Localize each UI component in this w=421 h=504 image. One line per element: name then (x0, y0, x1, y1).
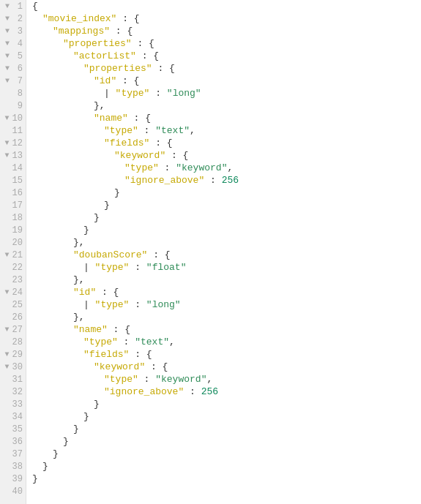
line-number-16: 16 (0, 187, 26, 199)
token-14: , (227, 162, 233, 173)
token-5: : { (136, 50, 159, 61)
fold-icon-4[interactable]: ▼ (4, 40, 11, 48)
code-line-26: }, (32, 311, 421, 323)
fold-icon-24[interactable]: ▼ (4, 288, 11, 296)
line-num-text-11: 11 (12, 126, 23, 136)
code-line-14: "type" : "keyword", (32, 162, 421, 174)
fold-icon-6[interactable]: ▼ (4, 64, 11, 72)
token-8: "long" (167, 88, 201, 99)
line-number-22: 22 (0, 261, 26, 274)
token-22: : (129, 262, 146, 273)
fold-icon-13[interactable]: ▼ (4, 151, 11, 159)
line-number-31: 31 (0, 373, 26, 385)
line-number-4: ▼4 (0, 37, 26, 50)
token-32: "ignore_above" (104, 386, 184, 397)
line-number-12: ▼12 (0, 137, 26, 149)
line-number-13: ▼13 (0, 149, 26, 162)
line-num-text-24: 24 (12, 287, 23, 298)
fold-icon-3[interactable]: ▼ (4, 27, 11, 35)
code-line-38: } (32, 460, 421, 473)
token-1: { (32, 1, 38, 12)
line-number-10: ▼10 (0, 112, 26, 124)
token-28: "type" (83, 336, 118, 347)
token-21: : { (147, 249, 170, 260)
fold-icon-21[interactable]: ▼ (4, 251, 11, 259)
fold-icon-10[interactable]: ▼ (4, 114, 11, 122)
fold-icon-27[interactable]: ▼ (4, 326, 11, 334)
token-2: : { (116, 13, 139, 24)
code-line-10: "name" : { (32, 112, 421, 124)
line-number-20: 20 (0, 236, 26, 249)
code-line-11: "type" : "text", (32, 124, 421, 137)
token-28: : (118, 336, 135, 347)
token-10: "name" (94, 113, 128, 124)
line-num-text-12: 12 (12, 138, 23, 148)
token-15: 256 (222, 175, 239, 186)
fold-icon-5[interactable]: ▼ (4, 52, 11, 60)
fold-icon-7[interactable]: ▼ (4, 77, 11, 85)
line-num-text-17: 17 (12, 200, 23, 211)
line-num-text-7: 7 (12, 76, 23, 86)
line-number-36: 36 (0, 435, 26, 448)
code-line-13: "keyword" : { (32, 149, 421, 162)
code-line-9: }, (32, 99, 421, 112)
token-26: }, (73, 312, 85, 323)
code-line-12: "fields" : { (32, 137, 421, 149)
line-num-text-26: 26 (12, 312, 23, 323)
line-num-text-39: 39 (12, 474, 23, 484)
token-28: "text" (135, 336, 169, 347)
code-line-19: } (32, 224, 421, 236)
line-number-33: 33 (0, 398, 26, 410)
line-num-text-23: 23 (12, 275, 23, 285)
fold-icon-1[interactable]: ▼ (4, 2, 11, 10)
fold-icon-12[interactable]: ▼ (4, 139, 11, 147)
token-7: : { (116, 75, 139, 86)
line-num-text-13: 13 (12, 151, 23, 161)
token-36: } (63, 436, 69, 447)
line-number-1: ▼1 (0, 0, 26, 12)
code-line-16: } (32, 187, 421, 199)
line-num-text-20: 20 (12, 238, 23, 248)
code-line-20: }, (32, 236, 421, 249)
line-number-35: 35 (0, 423, 26, 435)
code-line-27: "name" : { (32, 323, 421, 336)
fold-icon-2[interactable]: ▼ (4, 15, 11, 23)
token-12: "fields" (104, 138, 149, 148)
token-31: "type" (104, 374, 138, 385)
line-num-text-1: 1 (12, 1, 23, 12)
line-num-text-25: 25 (12, 300, 23, 310)
code-line-31: "type" : "keyword", (32, 373, 421, 385)
line-number-38: 38 (0, 460, 26, 473)
line-number-19: 19 (0, 224, 26, 236)
token-17: } (104, 200, 110, 211)
token-35: } (73, 424, 79, 435)
line-number-14: 14 (0, 162, 26, 174)
code-editor: ▼1▼2▼3▼4▼5▼6▼789▼1011▼12▼131415161718192… (0, 0, 421, 504)
token-27: "name" (73, 324, 108, 335)
token-31: "keyword" (155, 374, 206, 385)
line-number-24: ▼24 (0, 286, 26, 298)
code-line-24: "id" : { (32, 286, 421, 298)
line-number-39: 39 (0, 473, 26, 485)
token-3: "mappings" (53, 26, 110, 37)
line-num-text-34: 34 (12, 412, 23, 422)
line-number-34: 34 (0, 410, 26, 423)
code-line-39: } (32, 473, 421, 485)
token-13: "keyword" (114, 150, 165, 161)
line-num-text-33: 33 (12, 399, 23, 410)
line-number-28: 28 (0, 336, 26, 348)
token-14: "keyword" (176, 162, 227, 173)
code-line-3: "mappings" : { (32, 25, 421, 37)
fold-icon-29[interactable]: ▼ (4, 350, 11, 358)
fold-icon-30[interactable]: ▼ (4, 363, 11, 371)
code-line-40 (32, 485, 421, 497)
token-9: }, (94, 100, 105, 111)
line-number-6: ▼6 (0, 62, 26, 75)
token-34: } (83, 411, 89, 422)
token-29: "fields" (83, 349, 129, 360)
code-line-37: } (32, 448, 421, 460)
code-line-5: "actorList" : { (32, 50, 421, 62)
code-line-35: } (32, 423, 421, 435)
token-5: "actorList" (73, 50, 136, 61)
line-number-21: ▼21 (0, 249, 26, 261)
